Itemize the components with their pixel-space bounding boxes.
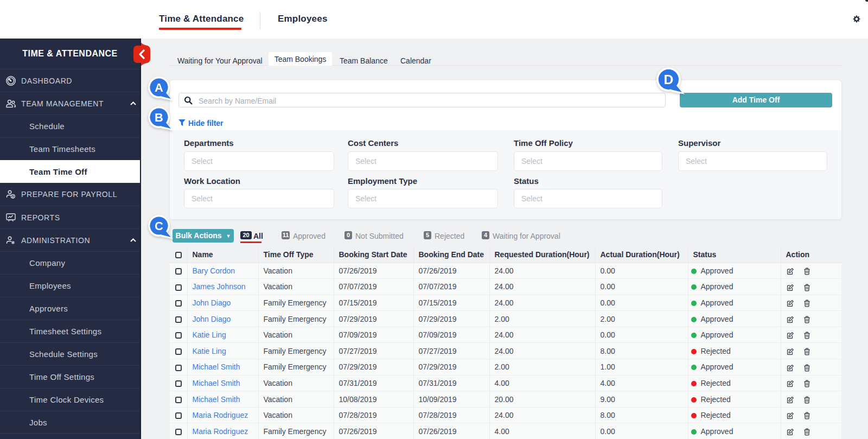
svg-text:B: B xyxy=(155,111,163,124)
svg-text:A: A xyxy=(155,81,163,94)
svg-text:C: C xyxy=(155,219,163,233)
svg-text:D: D xyxy=(664,72,674,87)
